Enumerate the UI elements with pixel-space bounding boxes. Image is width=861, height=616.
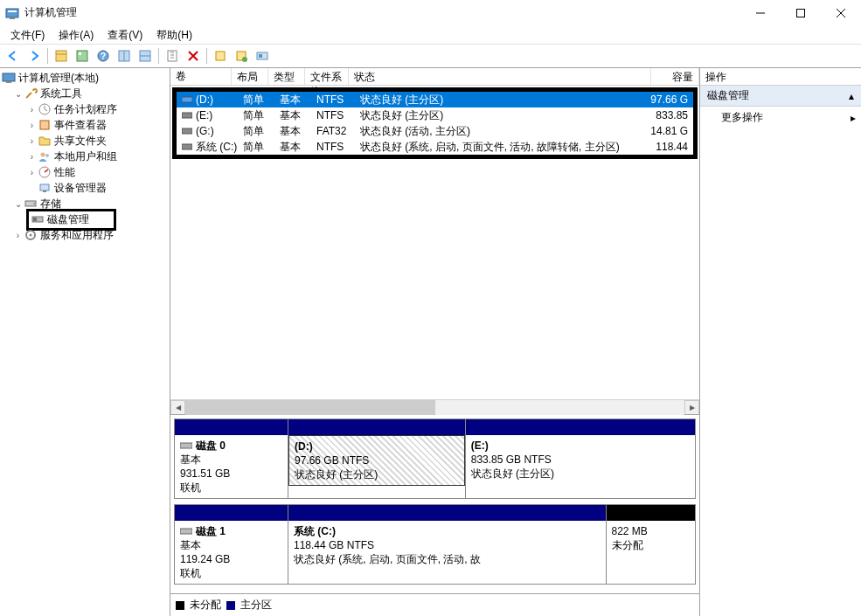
legend-unallocated-label: 未分配 [190, 598, 221, 613]
col-layout[interactable]: 布局 [232, 68, 268, 85]
partition[interactable]: 822 MB未分配 [606, 505, 696, 584]
volume-row[interactable]: (E:)简单基本NTFS状态良好 (主分区)833.85 [177, 107, 693, 123]
partition-label: (D:) [295, 440, 459, 453]
collapse-icon[interactable]: ⌄ [12, 89, 24, 99]
performance-icon [38, 165, 52, 179]
menu-view[interactable]: 查看(V) [101, 26, 149, 44]
minimize-button[interactable] [740, 0, 781, 26]
col-type[interactable]: 类型 [268, 68, 305, 85]
services-icon [24, 228, 38, 242]
toolbar-icon-2[interactable] [73, 46, 92, 66]
actions-section[interactable]: 磁盘管理 ▴ [700, 86, 861, 107]
disk-row[interactable]: 磁盘 1基本119.24 GB联机系统 (C:)118.44 GB NTFS状态… [174, 504, 696, 585]
navigation-tree[interactable]: 计算机管理(本地) ⌄ 系统工具 ›任务计划程序 ›事件查看器 ›共享文件夹 [0, 68, 170, 616]
volume-list-header[interactable]: 卷 布局 类型 文件系统 状态 容量 [170, 68, 699, 86]
partition[interactable]: 系统 (C:)118.44 GB NTFS状态良好 (系统, 启动, 页面文件,… [288, 505, 606, 584]
collapse-icon[interactable]: ⌄ [12, 199, 24, 209]
app-icon [5, 6, 19, 20]
maximize-button[interactable] [781, 0, 821, 26]
toolbar-icon-10[interactable] [253, 46, 272, 66]
volume-fs: NTFS [311, 93, 355, 107]
disk-size: 119.24 GB [180, 552, 282, 566]
tree-system-tools[interactable]: ⌄ 系统工具 [0, 86, 170, 101]
disk-graphical-view[interactable]: 磁盘 0基本931.51 GB联机(D:)97.66 GB NTFS状态良好 (… [170, 414, 699, 593]
toolbar-icon-9[interactable] [232, 46, 251, 66]
menu-action[interactable]: 操作(A) [52, 26, 101, 44]
toolbar-icon-6[interactable] [163, 46, 182, 66]
volume-name: 系统 (C:) [196, 140, 237, 155]
forward-button[interactable] [24, 46, 44, 66]
expand-icon[interactable]: › [26, 105, 38, 114]
scroll-thumb[interactable] [185, 400, 435, 415]
expand-icon[interactable]: › [26, 152, 38, 162]
col-volume[interactable]: 卷 [170, 68, 232, 85]
svg-rect-43 [180, 529, 192, 534]
volume-layout: 简单 [238, 139, 274, 156]
col-capacity[interactable]: 容量 [651, 68, 699, 85]
tree-local-users[interactable]: ›本地用户和组 [0, 149, 170, 164]
legend-unallocated-swatch [176, 601, 184, 610]
expand-icon[interactable]: › [12, 231, 24, 240]
disk-info[interactable]: 磁盘 1基本119.24 GB联机 [175, 505, 288, 584]
svg-rect-35 [33, 218, 37, 221]
svg-point-28 [45, 154, 49, 157]
expand-icon[interactable]: › [26, 168, 38, 177]
disk-row[interactable]: 磁盘 0基本931.51 GB联机(D:)97.66 GB NTFS状态良好 (… [174, 419, 696, 499]
tree-performance[interactable]: ›性能 [0, 164, 170, 180]
svg-rect-30 [40, 184, 49, 190]
toolbar-icon-help[interactable]: ? [94, 46, 113, 66]
tree-event-viewer[interactable]: ›事件查看器 [0, 117, 170, 133]
close-button[interactable] [821, 0, 861, 26]
volume-row[interactable]: 系统 (C:)简单基本NTFS状态良好 (系统, 启动, 页面文件, 活动, 故… [177, 139, 693, 155]
tree-services-apps[interactable]: › 服务和应用程序 [0, 227, 170, 243]
expand-icon[interactable]: › [26, 121, 38, 130]
toolbar-delete-icon[interactable] [184, 46, 203, 66]
scroll-left-button[interactable]: ◀ [170, 400, 185, 415]
svg-rect-23 [3, 73, 15, 81]
actions-more[interactable]: 更多操作 ▸ [700, 107, 861, 128]
volume-row[interactable]: (D:)简单基本NTFS状态良好 (主分区)97.66 G [177, 92, 693, 107]
disk-name: 磁盘 1 [196, 524, 226, 538]
disk-status: 联机 [180, 566, 282, 580]
volume-fs: NTFS [311, 108, 355, 122]
expand-icon[interactable]: › [26, 136, 38, 146]
toolbar-icon-5[interactable] [135, 46, 155, 66]
toolbar-icon-8[interactable] [211, 46, 230, 66]
tree-task-scheduler[interactable]: ›任务计划程序 [0, 101, 170, 117]
disk-info[interactable]: 磁盘 0基本931.51 GB联机 [175, 419, 288, 498]
svg-rect-7 [56, 51, 66, 61]
legend-primary-swatch [226, 601, 235, 610]
partition[interactable]: (E:)833.85 GB NTFS状态良好 (主分区) [465, 419, 695, 498]
svg-rect-2 [10, 17, 15, 19]
actions-pane: 操作 磁盘管理 ▴ 更多操作 ▸ [700, 68, 861, 616]
partition[interactable]: (D:)97.66 GB NTFS状态良好 (主分区) [288, 419, 465, 498]
col-status[interactable]: 状态 [349, 68, 651, 85]
volume-list[interactable]: (D:)简单基本NTFS状态良好 (主分区)97.66 G(E:)简单基本NTF… [172, 87, 698, 159]
collapse-icon[interactable]: ▴ [849, 90, 854, 102]
volume-name: (D:) [196, 93, 213, 106]
tree-device-manager[interactable]: ›设备管理器 [0, 180, 170, 196]
tree-disk-management[interactable]: 磁盘管理 [0, 211, 170, 227]
svg-rect-10 [79, 52, 81, 55]
menu-file[interactable]: 文件(F) [3, 26, 52, 44]
scroll-right-button[interactable]: ▶ [684, 400, 699, 415]
svg-rect-41 [182, 144, 192, 149]
tree-shared-folders[interactable]: ›共享文件夹 [0, 133, 170, 149]
toolbar-icon-1[interactable] [52, 46, 71, 66]
volume-status: 状态良好 (主分区) [355, 92, 645, 108]
svg-point-37 [30, 234, 32, 237]
horizontal-scrollbar[interactable]: ◀ ▶ [170, 399, 699, 414]
menu-help[interactable]: 帮助(H) [149, 26, 199, 44]
tree-root[interactable]: 计算机管理(本地) [0, 70, 170, 86]
window-title: 计算机管理 [24, 5, 740, 20]
volume-capacity: 14.81 G [645, 124, 693, 138]
volume-capacity: 118.44 [645, 140, 693, 154]
volume-status: 状态良好 (系统, 启动, 页面文件, 活动, 故障转储, 主分区) [355, 139, 645, 156]
volume-row[interactable]: (G:)简单基本FAT32状态良好 (活动, 主分区)14.81 G [177, 123, 693, 139]
scroll-track[interactable] [185, 400, 684, 415]
back-button[interactable] [3, 46, 23, 66]
partition-label: (E:) [471, 439, 690, 453]
col-filesystem[interactable]: 文件系统 [305, 68, 349, 85]
separator [206, 48, 207, 64]
toolbar-icon-4[interactable] [115, 46, 134, 66]
